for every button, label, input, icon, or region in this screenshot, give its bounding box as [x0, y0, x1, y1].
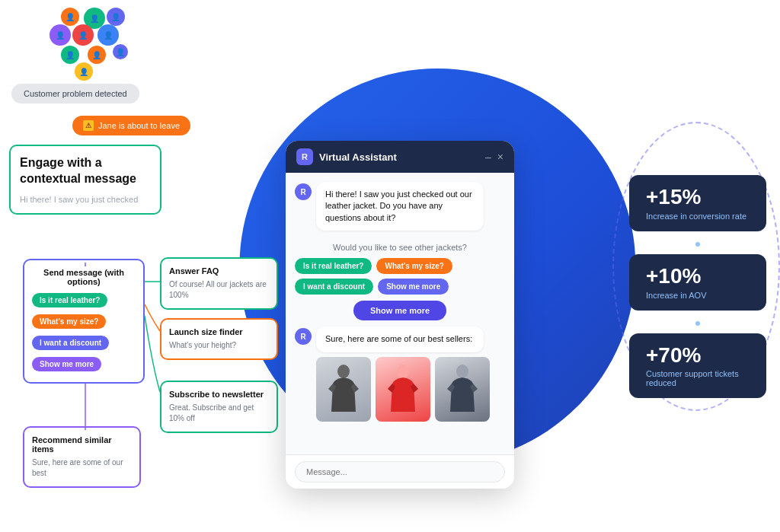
chat-logo-letter: R: [302, 152, 308, 161]
close-button[interactable]: ×: [497, 151, 503, 163]
show-more-container: Show me more: [295, 301, 505, 320]
avatar: 👤: [61, 46, 79, 64]
stat-card-aov: +10% Increase in AOV: [629, 254, 766, 311]
bot-response-bubble: Sure, here are some of our best sellers:: [316, 327, 484, 352]
chat-header-controls: – ×: [485, 151, 503, 163]
customer-detected-text: Customer problem detected: [24, 89, 127, 98]
list-item: Is it real leather?: [32, 292, 136, 311]
recommend-title: Recommend similar items: [32, 435, 132, 454]
bot-avatar-2: R: [295, 328, 312, 345]
warning-icon: ⚠: [83, 120, 94, 131]
product-image-2: [376, 357, 430, 422]
bot-message-row: R Hi there! I saw you just checked out o…: [295, 182, 505, 237]
chat-body: R Hi there! I saw you just checked out o…: [286, 173, 514, 454]
qr-leather-btn[interactable]: Is it real leather?: [295, 258, 372, 274]
avatar: 👤: [50, 24, 71, 46]
engage-box: Engage with a contextual message Hi ther…: [9, 145, 161, 215]
quick-replies: Is it real leather? What's my size? I wa…: [295, 258, 505, 295]
chat-logo: R: [296, 148, 313, 165]
stat-dot-2: [695, 321, 700, 326]
subscribe-box: Subscribe to newsletter Great. Subscribe…: [160, 381, 278, 433]
list-item: Show me more: [32, 356, 136, 374]
qr-size-btn[interactable]: What's my size?: [376, 258, 452, 274]
stat-aov-number: +10%: [646, 265, 750, 288]
option-discount-btn[interactable]: I want a discount: [32, 336, 109, 350]
recommend-text: Sure, here are some of our best: [32, 457, 132, 479]
avatar: 👤: [107, 8, 125, 26]
send-message-title: Send message (with options): [32, 268, 136, 286]
stat-conversion-number: +15%: [646, 186, 750, 209]
svg-point-3: [456, 365, 468, 378]
stat-support-label: Customer support tickets reduced: [646, 369, 750, 387]
list-item: I want a discount: [32, 335, 136, 353]
chat-input[interactable]: [295, 461, 505, 483]
svg-point-2: [397, 365, 409, 378]
avatar: 👤: [61, 8, 79, 26]
bot-avatar-2-letter: R: [300, 333, 305, 341]
bot-response-text: Sure, here are some of our best sellers:: [325, 334, 472, 343]
bot-product-row: R Sure, here are some of our best seller…: [295, 327, 505, 421]
stats-panel: +15% Increase in conversion rate +10% In…: [629, 175, 766, 398]
chat-input-area: [286, 454, 514, 489]
stat-aov-label: Increase in AOV: [646, 291, 750, 300]
bot-avatar-letter: R: [300, 188, 305, 196]
product-image-3: [435, 357, 490, 422]
product-silhouette-2: [386, 362, 420, 416]
bot-message-1-text: Hi there! I saw you just checked out our…: [325, 190, 472, 222]
size-finder-box: Launch size finder What's your height?: [160, 318, 278, 360]
stat-support-number: +70%: [646, 344, 750, 368]
faq-title: Answer FAQ: [169, 266, 269, 276]
avatar: 👤: [113, 44, 128, 59]
avatar-cluster: 👤 👤 👤 👤 👤 👤 👤 👤 👤 👤: [46, 8, 137, 76]
avatar: 👤: [98, 24, 119, 46]
option-size-btn[interactable]: What's my size?: [32, 314, 106, 329]
svg-point-1: [337, 365, 350, 378]
size-finder-title: Launch size finder: [169, 327, 269, 336]
chat-header: R Virtual Assistant – ×: [286, 141, 514, 173]
engage-box-preview: Hi there! I saw you just checked: [20, 195, 151, 204]
bot-product-message: Sure, here are some of our best sellers:: [316, 327, 490, 421]
show-more-button[interactable]: Show me more: [353, 301, 446, 320]
qr-more-btn[interactable]: Show me more: [378, 279, 449, 295]
minimize-button[interactable]: –: [485, 151, 491, 163]
stat-dot-1: [695, 242, 700, 247]
bot-avatar: R: [295, 183, 312, 200]
size-finder-text: What's your height?: [169, 340, 269, 351]
stat-card-conversion: +15% Increase in conversion rate: [629, 175, 766, 231]
engage-box-title: Engage with a contextual message: [20, 155, 151, 187]
jane-leaving-text: Jane is about to leave: [98, 121, 180, 130]
system-message-text: Would you like to see other jackets?: [333, 243, 467, 252]
faq-box: Answer FAQ Of course! All our jackets ar…: [160, 257, 278, 310]
qr-discount-btn[interactable]: I want a discount: [295, 279, 373, 295]
bot-bubble-1: Hi there! I saw you just checked out our…: [316, 182, 484, 231]
send-message-box: Send message (with options) Is it real l…: [23, 259, 145, 384]
option-more-btn[interactable]: Show me more: [32, 357, 101, 371]
product-images: [316, 357, 490, 422]
stat-conversion-label: Increase in conversion rate: [646, 212, 750, 221]
subscribe-text: Great. Subscribe and get 10% off: [169, 403, 269, 424]
chat-header-title: Virtual Assistant: [319, 151, 397, 163]
send-message-options: Is it real leather? What's my size? I wa…: [32, 292, 136, 374]
faq-text: Of course! All our jackets are 100%: [169, 279, 269, 301]
stat-card-support: +70% Customer support tickets reduced: [629, 333, 766, 399]
chat-widget: R Virtual Assistant – × R Hi there! I sa…: [286, 141, 514, 489]
product-silhouette-1: [327, 362, 361, 416]
avatar: 👤: [75, 62, 93, 81]
customer-detected-bubble: Customer problem detected: [11, 84, 139, 104]
chat-header-left: R Virtual Assistant: [296, 148, 397, 165]
option-leather-btn[interactable]: Is it real leather?: [32, 293, 107, 307]
product-silhouette-3: [446, 362, 480, 416]
recommend-box: Recommend similar items Sure, here are s…: [23, 426, 141, 488]
list-item: What's my size?: [32, 314, 136, 332]
avatar: 👤: [88, 46, 106, 64]
avatar: 👤: [72, 24, 94, 46]
product-image-1: [316, 357, 371, 422]
jane-leaving-bubble: ⚠ Jane is about to leave: [72, 116, 190, 135]
subscribe-title: Subscribe to newsletter: [169, 390, 269, 399]
system-message: Would you like to see other jackets?: [295, 243, 505, 252]
